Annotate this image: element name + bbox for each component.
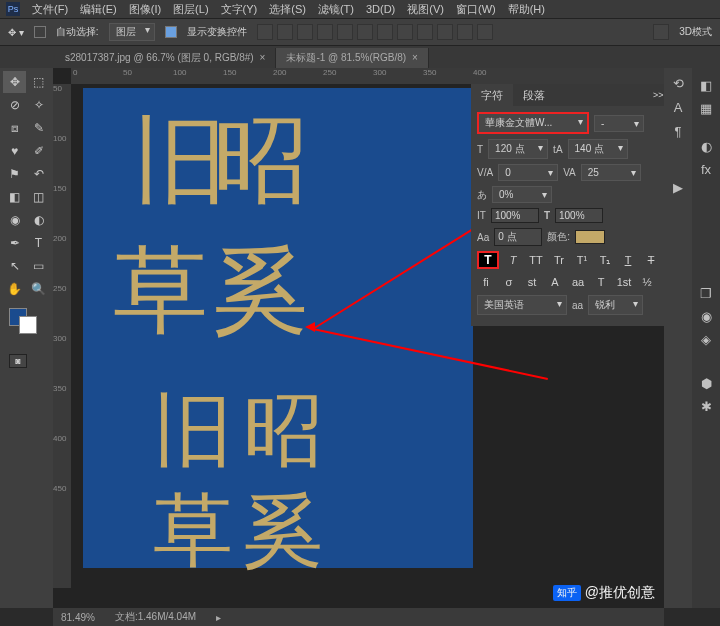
channels-panel-icon[interactable]: ◉ (695, 305, 717, 327)
swatches-panel-icon[interactable]: ▦ (695, 97, 717, 119)
allcaps-btn[interactable]: TT (527, 252, 545, 268)
ot-dlig-btn[interactable]: st (523, 274, 541, 290)
auto-select-checkbox[interactable] (34, 26, 46, 38)
superscript-btn[interactable]: T¹ (573, 252, 591, 268)
align-btn[interactable] (277, 24, 293, 40)
ot-ordn-btn[interactable]: 1st (615, 274, 633, 290)
align-btn[interactable] (257, 24, 273, 40)
lasso-tool[interactable]: ⊘ (3, 94, 26, 116)
show-transform-checkbox[interactable] (165, 26, 177, 38)
vscale-input[interactable]: 100% (491, 208, 539, 223)
char-panel-icon[interactable]: A (667, 96, 689, 118)
ot-salt-btn[interactable]: aa (569, 274, 587, 290)
ot-calt-btn[interactable]: σ (500, 274, 518, 290)
crop-tool[interactable]: ⧈ (3, 117, 26, 139)
background-swatch[interactable] (19, 316, 37, 334)
menu-item[interactable]: 视图(V) (407, 2, 444, 17)
distribute-btn[interactable] (437, 24, 453, 40)
paragraph-tab[interactable]: 段落 (513, 84, 555, 107)
distribute-btn[interactable] (477, 24, 493, 40)
menu-item[interactable]: 文字(Y) (221, 2, 258, 17)
play-icon[interactable]: ▶ (667, 176, 689, 198)
wand-tool[interactable]: ✧ (27, 94, 50, 116)
doc-tab[interactable]: s28017387.jpg @ 66.7% (图层 0, RGB/8#)× (55, 48, 276, 68)
para-panel-icon[interactable]: ¶ (667, 120, 689, 142)
history-icon[interactable]: ⟲ (667, 72, 689, 94)
ot-swsh-btn[interactable]: A (546, 274, 564, 290)
3d-panel-icon[interactable]: ⬢ (695, 372, 717, 394)
antialias-select[interactable]: 锐利 (588, 295, 643, 315)
path-tool[interactable]: ↖ (3, 255, 26, 277)
align-btn[interactable] (297, 24, 313, 40)
3d-mode-btn[interactable] (653, 24, 669, 40)
align-btn[interactable] (337, 24, 353, 40)
tsume-input[interactable]: 0% (492, 186, 552, 203)
color-panel-icon[interactable]: ◧ (695, 74, 717, 96)
distribute-btn[interactable] (377, 24, 393, 40)
close-icon[interactable]: × (260, 52, 266, 63)
text-color-swatch[interactable] (575, 230, 605, 244)
underline-btn[interactable]: T (619, 252, 637, 268)
menu-item[interactable]: 3D(D) (366, 3, 395, 15)
dodge-tool[interactable]: ◐ (27, 209, 50, 231)
subscript-btn[interactable]: T₁ (596, 252, 614, 268)
shape-tool[interactable]: ▭ (27, 255, 50, 277)
distribute-btn[interactable] (397, 24, 413, 40)
nav-panel-icon[interactable]: ✱ (695, 395, 717, 417)
menu-item[interactable]: 文件(F) (32, 2, 68, 17)
adjust-panel-icon[interactable]: ◐ (695, 135, 717, 157)
zoom-tool[interactable]: 🔍 (27, 278, 50, 300)
layers-panel-icon[interactable]: ❐ (695, 282, 717, 304)
canvas[interactable]: 旧 昭 草 奚 旧 昭 草 奚 (83, 88, 473, 568)
font-size-input[interactable]: 120 点 (488, 139, 548, 159)
baseline-input[interactable]: 0 点 (494, 228, 542, 246)
menu-item[interactable]: 帮助(H) (508, 2, 545, 17)
leading-input[interactable]: 140 点 (568, 139, 628, 159)
panel-menu-icon[interactable]: >> ▤ (647, 90, 664, 100)
menu-item[interactable]: 滤镜(T) (318, 2, 354, 17)
align-btn[interactable] (357, 24, 373, 40)
ot-liga-btn[interactable]: fi (477, 274, 495, 290)
pen-tool[interactable]: ✒ (3, 232, 26, 254)
ot-titl-btn[interactable]: T (592, 274, 610, 290)
language-select[interactable]: 美国英语 (477, 295, 567, 315)
ot-frac-btn[interactable]: ½ (638, 274, 656, 290)
menu-item[interactable]: 图像(I) (129, 2, 161, 17)
zoom-level[interactable]: 81.49% (61, 612, 95, 623)
quickmask-btn[interactable]: ◙ (9, 354, 27, 368)
eyedropper-tool[interactable]: ✎ (27, 117, 50, 139)
menu-item[interactable]: 图层(L) (173, 2, 208, 17)
auto-select-target[interactable]: 图层 (109, 23, 155, 41)
stamp-tool[interactable]: ⚑ (3, 163, 26, 185)
styles-panel-icon[interactable]: fx (695, 158, 717, 180)
character-tab[interactable]: 字符 (471, 84, 513, 107)
align-btn[interactable] (317, 24, 333, 40)
heal-tool[interactable]: ♥ (3, 140, 26, 162)
doc-size[interactable]: 文档:1.46M/4.04M (115, 610, 196, 624)
type-tool[interactable]: T (27, 232, 50, 254)
close-icon[interactable]: × (412, 52, 418, 63)
marquee-tool[interactable]: ⬚ (27, 71, 50, 93)
paths-panel-icon[interactable]: ◈ (695, 328, 717, 350)
menu-item[interactable]: 选择(S) (269, 2, 306, 17)
blur-tool[interactable]: ◉ (3, 209, 26, 231)
doc-tab-active[interactable]: 未标题-1 @ 81.5%(RGB/8)× (276, 48, 428, 68)
move-tool[interactable]: ✥ (3, 71, 26, 93)
faux-bold-btn[interactable]: T (477, 251, 499, 269)
status-chevron-icon[interactable]: ▸ (216, 612, 221, 623)
history-brush-tool[interactable]: ↶ (27, 163, 50, 185)
distribute-btn[interactable] (457, 24, 473, 40)
kerning-input[interactable]: 0 (498, 164, 558, 181)
font-style-select[interactable]: - (594, 115, 644, 132)
brush-tool[interactable]: ✐ (27, 140, 50, 162)
faux-italic-btn[interactable]: T (504, 252, 522, 268)
font-family-select[interactable]: 華康金文體W... (477, 112, 589, 134)
gradient-tool[interactable]: ◫ (27, 186, 50, 208)
strike-btn[interactable]: Ŧ (642, 252, 660, 268)
menu-item[interactable]: 窗口(W) (456, 2, 496, 17)
hscale-input[interactable]: 100% (555, 208, 603, 223)
menu-item[interactable]: 编辑(E) (80, 2, 117, 17)
distribute-btn[interactable] (417, 24, 433, 40)
hand-tool[interactable]: ✋ (3, 278, 26, 300)
smallcaps-btn[interactable]: Tr (550, 252, 568, 268)
